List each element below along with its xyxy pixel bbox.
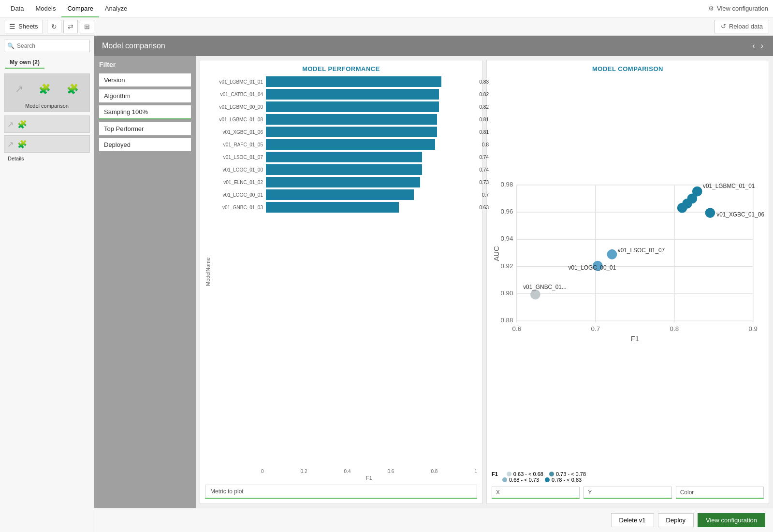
x-tick: 1 <box>474 469 477 474</box>
filter-algorithm[interactable]: Algorithm <box>99 89 191 102</box>
nav-analyze[interactable]: Analyze <box>99 0 133 17</box>
scatter-svg: 0.98 0.96 0.94 0.92 0.90 0.88 <box>492 76 764 468</box>
bar-value: 0.74 <box>480 155 489 160</box>
filter-version[interactable]: Version <box>99 73 191 86</box>
bar[interactable] <box>266 76 441 87</box>
svg-text:v01_LGBMC_01_01: v01_LGBMC_01_01 <box>703 183 755 189</box>
bar-chart-inner: v01_LGBMC_01_01 0.83 v01_CATBC_01_04 0.8… <box>213 76 477 467</box>
bar-row: v01_LGBMC_00_00 0.82 <box>213 101 477 112</box>
bar-container: 0.7 <box>266 189 477 200</box>
svg-text:0.96: 0.96 <box>500 208 513 215</box>
toolbar: ☰ Sheets ↻ ⇄ ⊞ ↺ Reload data <box>0 17 773 36</box>
scatter-chart-title: MODEL COMPARISON <box>492 65 764 72</box>
view-config-button[interactable]: View configuration <box>698 513 765 527</box>
toolbar-btn-2[interactable]: ⇄ <box>63 20 78 33</box>
svg-text:0.9: 0.9 <box>749 325 758 332</box>
bar-container: 0.74 <box>266 164 477 175</box>
bar-label: v01_GNBC_01_03 <box>213 205 266 210</box>
scatter-x-control[interactable]: X <box>492 487 580 499</box>
nav-next[interactable]: › <box>759 42 765 50</box>
bar-label: v01_LGBMC_00_00 <box>213 104 266 110</box>
legend-item-4: 0.78 - < 0.83 <box>545 477 582 483</box>
x-axis-ticks: 00.20.40.60.81 <box>205 469 477 474</box>
svg-text:0.94: 0.94 <box>500 235 513 242</box>
scatter-point-gnbc0103[interactable] <box>530 289 540 300</box>
nav-models[interactable]: Models <box>29 0 61 17</box>
filter-top-performer[interactable]: Top Performer <box>99 122 191 135</box>
view-config-nav[interactable]: ⚙ View configuration <box>708 5 768 12</box>
sheet-card-model-comparison[interactable]: ↗ 🧩 🧩 Model comparison <box>4 73 90 112</box>
filter-deployed[interactable]: Deployed <box>99 138 191 151</box>
page-title: Model comparison <box>102 42 165 50</box>
bar-label: v01_LOGC_00_01 <box>213 192 266 198</box>
nav-data[interactable]: Data <box>5 0 29 17</box>
bar-container: 0.8 <box>266 139 477 150</box>
nav-compare[interactable]: Compare <box>61 0 99 17</box>
bar[interactable] <box>266 139 435 150</box>
reload-button[interactable]: ↺ Reload data <box>715 20 769 33</box>
scatter-point-lsoc0107[interactable] <box>607 249 617 259</box>
svg-text:0.98: 0.98 <box>500 181 513 188</box>
scatter-point-xgbc0106[interactable] <box>705 208 715 218</box>
page-header: Model comparison ‹ › <box>94 36 773 56</box>
sheet-card-small-1[interactable]: ↗ 🧩 <box>4 115 90 133</box>
scatter-y-control[interactable]: Y <box>583 487 671 499</box>
main-layout: 🔍 My own (2) ↗ 🧩 🧩 Model comparison ↗ 🧩 … <box>0 36 773 532</box>
svg-text:0.7: 0.7 <box>591 325 600 332</box>
x-tick: 0 <box>261 469 264 474</box>
scatter-color-control[interactable]: Color <box>676 487 764 499</box>
bar-value: 0.81 <box>480 117 489 122</box>
bar[interactable] <box>266 164 422 175</box>
sheet-label: Model comparison <box>7 101 87 109</box>
x-tick: 0.2 <box>301 469 307 474</box>
bar-row: v01_GNBC_01_03 0.63 <box>213 202 477 213</box>
bar-container: 0.83 <box>266 76 477 87</box>
bar-row: v01_RAFC_01_05 0.8 <box>213 139 477 150</box>
bar[interactable] <box>266 177 420 187</box>
bar-row: v01_ELNC_01_02 0.73 <box>213 177 477 187</box>
content-area: Model comparison ‹ › Filter Version Algo… <box>94 36 773 532</box>
sheet-card-small-2[interactable]: ↗ 🧩 <box>4 135 90 153</box>
bar[interactable] <box>266 152 422 162</box>
toolbar-btn-3[interactable]: ⊞ <box>80 20 94 33</box>
panel-area: Filter Version Algorithm Sampling 100% T… <box>94 56 773 508</box>
bar-container: 0.74 <box>266 152 477 162</box>
bar-chart-area: ModelName v01_LGBMC_01_01 0.83 v01_CATBC… <box>205 76 477 467</box>
bar-value: 0.74 <box>480 167 489 173</box>
legend-item-2: 0.68 - < 0.73 <box>502 477 539 483</box>
toolbar-btn-1[interactable]: ↻ <box>47 20 61 33</box>
nav-prev[interactable]: ‹ <box>750 42 757 50</box>
sheet-small-icon-export-2: ↗ <box>7 140 14 149</box>
svg-text:0.90: 0.90 <box>500 289 513 297</box>
scatter-point-lgbmc0108[interactable] <box>677 203 687 213</box>
bar-label: v01_LGBMC_01_08 <box>213 117 266 122</box>
x-tick: 0.6 <box>388 469 394 474</box>
bar[interactable] <box>266 114 437 125</box>
sheet-small-icon-puzzle: 🧩 <box>17 120 27 129</box>
bar-label: v01_LOGC_01_00 <box>213 167 266 173</box>
legend-row: F1 0.63 - < 0.68 0.73 - < 0.78 <box>492 471 764 477</box>
bar[interactable] <box>266 89 439 100</box>
deploy-button[interactable]: Deploy <box>658 513 694 527</box>
legend-dot-1 <box>507 472 511 476</box>
bar-container: 0.81 <box>266 114 477 125</box>
bar-value: 0.83 <box>480 79 489 85</box>
bar-label: v01_LSOC_01_07 <box>213 155 266 160</box>
bar[interactable] <box>266 127 437 137</box>
filter-sampling[interactable]: Sampling 100% <box>99 105 191 119</box>
sheets-button[interactable]: ☰ Sheets <box>4 20 43 33</box>
bar-value: 0.7 <box>482 192 489 198</box>
bar[interactable] <box>266 189 414 200</box>
legend-row-2: 0.68 - < 0.73 0.78 - < 0.83 <box>502 477 764 483</box>
search-input[interactable] <box>4 40 90 52</box>
bar-label: v01_LGBMC_01_01 <box>213 79 266 85</box>
search-icon: 🔍 <box>7 43 15 49</box>
bar[interactable] <box>266 202 399 213</box>
svg-text:AUC: AUC <box>493 246 500 261</box>
bar-value: 0.63 <box>480 205 489 210</box>
sheet-icon-export: ↗ <box>15 83 23 95</box>
delete-button[interactable]: Delete v1 <box>611 513 654 527</box>
bar[interactable] <box>266 101 439 112</box>
legend-dot-4 <box>545 477 550 482</box>
metric-to-plot[interactable]: Metric to plot <box>205 485 477 499</box>
